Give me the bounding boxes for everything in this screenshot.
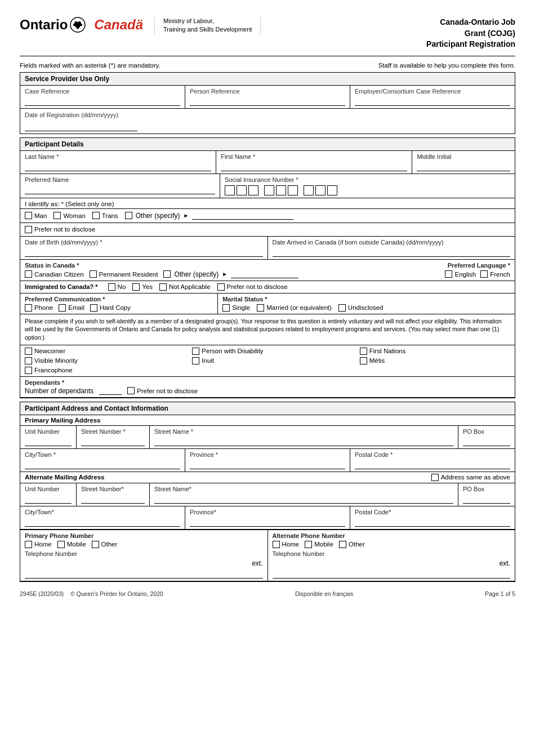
address-section-header: Participant Address and Contact Informat… bbox=[20, 402, 515, 415]
phone-section-row: Primary Phone Number Home Mobile Other bbox=[20, 530, 515, 581]
prefer-not-checkbox[interactable] bbox=[25, 226, 32, 233]
sin-box-5[interactable] bbox=[276, 185, 286, 195]
preferred-name-input[interactable] bbox=[25, 185, 215, 194]
province-input[interactable] bbox=[190, 460, 345, 469]
other-specify-checkbox[interactable] bbox=[125, 212, 132, 219]
person-disability-checkbox-item: Person with Disability bbox=[192, 348, 342, 355]
date-registration-input[interactable] bbox=[25, 121, 137, 131]
mobile-checkbox[interactable] bbox=[57, 541, 65, 548]
hard-copy-checkbox[interactable] bbox=[90, 304, 97, 312]
alternate-phone-cell: Alternate Phone Number Home Mobile Other bbox=[268, 530, 515, 581]
date-registration-row: Date of Registration (dd/mm/yyyy) bbox=[20, 109, 515, 134]
prefer-not3-checkbox[interactable] bbox=[127, 387, 135, 394]
po-box2-input[interactable] bbox=[463, 495, 510, 504]
inuit-checkbox[interactable] bbox=[192, 357, 199, 364]
french-checkbox[interactable] bbox=[480, 270, 488, 278]
person-disability-checkbox[interactable] bbox=[192, 348, 199, 355]
identify-label-row: I identify as: * (Select only one) bbox=[20, 198, 515, 209]
phone-checkbox[interactable] bbox=[25, 304, 32, 312]
yes-checkbox[interactable] bbox=[132, 283, 140, 291]
sin-box-9[interactable] bbox=[327, 185, 337, 195]
person-reference-input[interactable] bbox=[190, 96, 345, 106]
telephone-input[interactable] bbox=[25, 570, 263, 579]
francophone-checkbox[interactable] bbox=[25, 367, 32, 374]
other-specify-label: Other (specify) bbox=[136, 212, 180, 220]
address-same-checkbox[interactable] bbox=[431, 474, 439, 481]
mobile2-checkbox[interactable] bbox=[305, 541, 312, 548]
num-dependants-input[interactable] bbox=[99, 387, 122, 395]
man-label: Man bbox=[34, 212, 47, 219]
footer: 2945E (2020/03) © Queen's Printer for On… bbox=[20, 590, 515, 597]
num-dependants-label: Number of dependants bbox=[25, 387, 93, 395]
sin-box-3[interactable] bbox=[248, 185, 258, 195]
not-applicable-checkbox[interactable] bbox=[159, 283, 167, 291]
case-reference-input[interactable] bbox=[25, 96, 180, 106]
name-row: Last Name * First Name * Middle Initial bbox=[20, 151, 515, 174]
address-section: Participant Address and Contact Informat… bbox=[20, 402, 515, 582]
other-specify2-checkbox[interactable] bbox=[163, 270, 171, 278]
street-name2-input[interactable] bbox=[154, 495, 453, 504]
other-specify-input[interactable] bbox=[192, 212, 293, 220]
mobile2-label: Mobile bbox=[314, 541, 333, 548]
telephone2-input[interactable] bbox=[273, 570, 511, 579]
home2-checkbox[interactable] bbox=[273, 541, 280, 548]
po-box-input[interactable] bbox=[463, 437, 510, 446]
street-number2-input[interactable] bbox=[81, 495, 145, 504]
alternate-phone-checkboxes: Home Mobile Other bbox=[273, 541, 511, 548]
visible-minority-checkbox[interactable] bbox=[25, 357, 32, 364]
woman-checkbox[interactable] bbox=[54, 212, 61, 219]
english-checkbox[interactable] bbox=[445, 270, 452, 278]
sin-box-2[interactable] bbox=[237, 185, 247, 195]
not-applicable-label: Not Applicable bbox=[169, 283, 211, 290]
sin-box-1[interactable] bbox=[225, 185, 235, 195]
city-town2-input[interactable] bbox=[25, 518, 180, 527]
status-canada-label: Status in Canada * bbox=[25, 262, 79, 269]
employer-reference-input[interactable] bbox=[355, 96, 510, 106]
sin-box-7[interactable] bbox=[304, 185, 314, 195]
newcomer-checkbox[interactable] bbox=[25, 348, 32, 355]
comm-checkboxes: Phone Email Hard Copy bbox=[25, 304, 213, 312]
permanent-resident-checkbox[interactable] bbox=[90, 270, 97, 278]
alt-addr-row2: City/Town* Province* Postal Code* bbox=[20, 506, 515, 530]
other-specify2-input[interactable] bbox=[231, 270, 298, 278]
dob-input[interactable] bbox=[25, 248, 263, 257]
citizen-checkbox[interactable] bbox=[25, 270, 32, 278]
street-name-input[interactable] bbox=[154, 437, 453, 446]
sin-label: Social Insurance Number * bbox=[225, 176, 510, 183]
last-name-input[interactable] bbox=[25, 162, 211, 171]
trans-checkbox[interactable] bbox=[92, 212, 100, 219]
sin-box-4[interactable] bbox=[264, 185, 274, 195]
single-checkbox[interactable] bbox=[222, 304, 230, 312]
arrived-label: Date Arrived in Canada (if born outside … bbox=[273, 239, 511, 246]
alternate-addr-header: Alternate Mailing Address bbox=[25, 474, 104, 481]
immigrated-label: Immigrated to Canada? * bbox=[25, 283, 98, 290]
alternate-addr-header-row: Alternate Mailing Address Address same a… bbox=[20, 472, 515, 483]
married-checkbox[interactable] bbox=[257, 304, 264, 312]
street-number-input[interactable] bbox=[81, 437, 145, 446]
sin-box-8[interactable] bbox=[315, 185, 326, 195]
metis-checkbox[interactable] bbox=[360, 357, 367, 364]
email-label: Email bbox=[68, 304, 84, 311]
postal-code-input[interactable] bbox=[355, 460, 510, 469]
email-checkbox[interactable] bbox=[59, 304, 66, 312]
permanent-resident-label: Permanent Resident bbox=[99, 271, 158, 278]
street-name2-label: Street Name* bbox=[154, 486, 453, 492]
middle-initial-input[interactable] bbox=[417, 162, 510, 171]
other-phone-checkbox[interactable] bbox=[92, 541, 99, 548]
unit-number-input[interactable] bbox=[25, 437, 72, 446]
first-nations-checkbox[interactable] bbox=[360, 348, 367, 355]
arrived-input[interactable] bbox=[273, 248, 511, 257]
city-town-input[interactable] bbox=[25, 460, 180, 469]
man-checkbox[interactable] bbox=[25, 212, 32, 219]
prefer-not2-checkbox[interactable] bbox=[217, 283, 225, 291]
no-checkbox[interactable] bbox=[108, 283, 115, 291]
postal-code2-input[interactable] bbox=[355, 518, 510, 527]
sin-box-6[interactable] bbox=[288, 185, 298, 195]
other2-phone-checkbox[interactable] bbox=[339, 541, 346, 548]
province2-input[interactable] bbox=[190, 518, 345, 527]
mobile2-checkbox-item: Mobile bbox=[305, 541, 333, 548]
first-name-input[interactable] bbox=[221, 162, 407, 171]
home-checkbox[interactable] bbox=[25, 541, 32, 548]
undisclosed-checkbox[interactable] bbox=[338, 304, 346, 312]
unit-number2-input[interactable] bbox=[25, 495, 72, 504]
